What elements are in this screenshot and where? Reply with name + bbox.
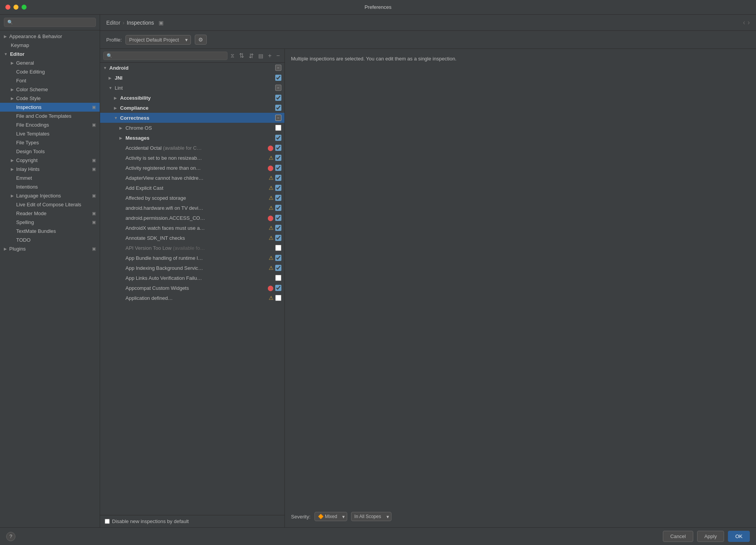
checkbox-chrome-os[interactable] — [275, 125, 281, 131]
tree-row-correctness[interactable]: ▼ Correctness − — [100, 113, 284, 123]
remove-button[interactable]: − — [275, 52, 281, 60]
disable-new-inspections-checkbox[interactable] — [105, 519, 110, 524]
checkbox-app-links[interactable] — [275, 275, 281, 281]
checkbox-appcompat-custom[interactable] — [275, 285, 281, 291]
checkbox-scoped-storage[interactable] — [275, 195, 281, 201]
tree-row-lint[interactable]: ▼ Lint − — [100, 83, 284, 93]
sidebar-item-reader-mode[interactable]: Reader Mode ▣ — [0, 209, 100, 218]
tree-row-activity-registered[interactable]: ▶ Activity registered more than on… ⬤ — [100, 163, 284, 173]
checkbox-api-version-low[interactable] — [275, 245, 281, 251]
sidebar-item-plugins[interactable]: ▶ Plugins ▣ — [0, 244, 100, 253]
tree-row-chrome-os[interactable]: ▶ Chrome OS — [100, 123, 284, 133]
sidebar-item-code-editing[interactable]: Code Editing — [0, 67, 100, 76]
forward-button[interactable]: › — [748, 18, 750, 27]
sidebar-search-input[interactable] — [4, 18, 96, 27]
tree-row-compliance[interactable]: ▶ Compliance — [100, 103, 284, 113]
tree-row-accidental-octal[interactable]: ▶ Accidental Octal (available for C… ⬤ — [100, 143, 284, 153]
checkbox-activity-registered[interactable] — [275, 165, 281, 171]
tree-search-input[interactable] — [103, 52, 227, 60]
group-button[interactable]: ▤ — [257, 52, 265, 60]
tree-row-scoped-storage[interactable]: ▶ Affected by scoped storage ⚠ — [100, 193, 284, 203]
collapse-all-button[interactable]: ⇅ — [247, 51, 255, 60]
sidebar-item-textmate[interactable]: TextMate Bundles — [0, 227, 100, 236]
tree-row-android[interactable]: ▼ Android − — [100, 63, 284, 73]
tree-row-adapterview[interactable]: ▶ AdapterView cannot have childre… ⚠ — [100, 173, 284, 183]
tree-row-permission-access[interactable]: ▶ android.permission.ACCESS_CO… ⬤ — [100, 213, 284, 223]
sidebar-item-copyright[interactable]: ▶ Copyright ▣ — [0, 156, 100, 165]
sidebar-item-file-encodings[interactable]: File Encodings ▣ — [0, 120, 100, 129]
back-button[interactable]: ‹ — [743, 18, 745, 27]
maximize-button[interactable] — [22, 5, 27, 10]
sidebar-item-keymap[interactable]: Keymap — [0, 41, 100, 50]
sidebar-item-live-edit[interactable]: Live Edit of Compose Literals — [0, 200, 100, 209]
tree-toolbar: ⧖ ⇅ ⇅ ▤ + − — [100, 49, 284, 63]
tree-row-watch-faces[interactable]: ▶ AndroidX watch faces must use a… ⚠ — [100, 223, 284, 233]
checkbox-activity-non-resizeable[interactable] — [275, 155, 281, 161]
filter-button[interactable]: ⧖ — [229, 52, 236, 60]
tree-row-app-links[interactable]: ▶ App Links Auto Verification Failu… — [100, 273, 284, 283]
sidebar-item-appearance[interactable]: ▶ Appearance & Behavior — [0, 32, 100, 41]
apply-button[interactable]: Apply — [697, 531, 724, 542]
tree-row-hardware-wifi[interactable]: ▶ android.hardware.wifi on TV devi… ⚠ — [100, 203, 284, 213]
sidebar-item-file-types[interactable]: File Types — [0, 138, 100, 147]
tree-row-api-version-low[interactable]: ▶ API Version Too Low (available fo… — [100, 243, 284, 253]
sidebar-item-inspections[interactable]: Inspections ▣ — [0, 103, 100, 112]
sidebar-item-language-injections[interactable]: ▶ Language Injections ▣ — [0, 191, 100, 200]
ok-button[interactable]: OK — [728, 531, 750, 542]
checkbox-watch-faces[interactable] — [275, 225, 281, 231]
tree-row-appcompat-custom[interactable]: ▶ Appcompat Custom Widgets ⬤ — [100, 283, 284, 293]
tree-row-app-indexing[interactable]: ▶ App Indexing Background Servic… ⚠ — [100, 263, 284, 273]
sidebar-item-code-style[interactable]: ▶ Code Style — [0, 94, 100, 103]
scope-select[interactable]: In All Scopes — [351, 512, 391, 521]
sidebar-item-emmet[interactable]: Emmet — [0, 174, 100, 182]
severity-badge: ⬤ — [268, 215, 274, 221]
checkbox-messages[interactable] — [275, 135, 281, 141]
checkbox-accessibility[interactable] — [275, 95, 281, 101]
checkbox-accidental-octal[interactable] — [275, 145, 281, 151]
checkbox-annotate-sdk-int[interactable] — [275, 235, 281, 241]
sidebar-item-todo[interactable]: TODO — [0, 236, 100, 244]
sidebar-item-font[interactable]: Font — [0, 76, 100, 85]
sidebar-item-editor[interactable]: ▼ Editor — [0, 50, 100, 59]
minimize-button[interactable] — [13, 5, 18, 10]
tree-row-activity-non-resizeable[interactable]: ▶ Activity is set to be non resizeab… ⚠ — [100, 153, 284, 163]
cancel-button[interactable]: Cancel — [663, 531, 693, 542]
sidebar-item-inlay-hints[interactable]: ▶ Inlay Hints ▣ — [0, 165, 100, 174]
help-button[interactable]: ? — [6, 532, 15, 541]
checkbox-adapterview[interactable] — [275, 175, 281, 181]
checkbox-lint[interactable]: − — [275, 85, 281, 91]
checkbox-hardware-wifi[interactable] — [275, 205, 281, 211]
checkbox-correctness[interactable]: − — [275, 115, 281, 121]
window-controls[interactable] — [5, 5, 27, 10]
checkbox-add-explicit-cast[interactable] — [275, 185, 281, 191]
sidebar-item-design-tools[interactable]: Design Tools — [0, 147, 100, 156]
row-label: Accidental Octal (available for C… — [125, 145, 267, 151]
checkbox-permission-access[interactable] — [275, 215, 281, 221]
sidebar-item-spelling[interactable]: Spelling ▣ — [0, 218, 100, 227]
sidebar-item-intentions[interactable]: Intentions — [0, 182, 100, 191]
checkbox-android[interactable]: − — [275, 65, 281, 71]
tree-row-annotate-sdk-int[interactable]: ▶ Annotate SDK_INT checks ⚠ — [100, 233, 284, 243]
expand-all-button[interactable]: ⇅ — [238, 51, 246, 60]
tree-row-application-defined[interactable]: ▶ Application defined… ⚠ — [100, 293, 284, 303]
restore-defaults-icon[interactable]: ▣ — [159, 20, 164, 26]
gear-button[interactable]: ⚙ — [195, 35, 207, 45]
severity-select[interactable]: 🔶 Mixed Error Warning Info — [314, 512, 347, 521]
checkbox-app-indexing[interactable] — [275, 265, 281, 271]
tree-row-messages[interactable]: ▶ Messages — [100, 133, 284, 143]
sidebar-item-general[interactable]: ▶ General — [0, 59, 100, 67]
tree-row-add-explicit-cast[interactable]: ▶ Add Explicit Cast ⚠ — [100, 183, 284, 193]
sidebar-item-live-templates[interactable]: Live Templates — [0, 129, 100, 138]
checkbox-compliance[interactable] — [275, 105, 281, 111]
checkbox-app-bundle[interactable] — [275, 255, 281, 261]
checkbox-application-defined[interactable] — [275, 295, 281, 301]
tree-row-jni[interactable]: ▶ JNI — [100, 73, 284, 83]
sidebar-item-file-code-templates[interactable]: File and Code Templates — [0, 112, 100, 120]
add-button[interactable]: + — [266, 52, 273, 60]
checkbox-jni[interactable] — [275, 75, 281, 81]
profile-select[interactable]: Project Default Project — [125, 35, 191, 45]
tree-row-app-bundle[interactable]: ▶ App Bundle handling of runtime l… ⚠ — [100, 253, 284, 263]
close-button[interactable] — [5, 5, 10, 10]
tree-row-accessibility[interactable]: ▶ Accessibility — [100, 93, 284, 103]
sidebar-item-color-scheme[interactable]: ▶ Color Scheme — [0, 85, 100, 94]
